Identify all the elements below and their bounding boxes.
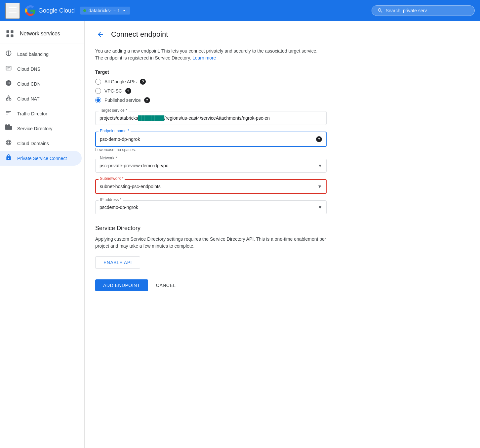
service-directory-title: Service Directory (95, 225, 327, 232)
endpoint-name-border[interactable]: ? (95, 132, 327, 147)
sidebar-item-label: Cloud DNS (17, 66, 40, 72)
radio-label-vpc-sc: VPC-SC (104, 88, 122, 94)
add-endpoint-button[interactable]: ADD ENDPOINT (95, 279, 148, 291)
sidebar: Network services Load balancing Cloud DN… (0, 21, 85, 448)
svg-rect-6 (11, 34, 13, 37)
ip-address-input[interactable] (100, 205, 318, 210)
private-service-connect-icon (5, 154, 12, 162)
radio-vpc-sc[interactable]: VPC-SC ? (95, 88, 469, 94)
ip-address-border[interactable]: ▼ (95, 200, 327, 214)
radio-input-vpc-sc[interactable] (95, 88, 101, 94)
project-selector[interactable]: databricks-·····t (80, 7, 130, 15)
target-service-label: Target service (99, 108, 129, 113)
svg-rect-5 (7, 34, 9, 37)
ip-address-field: IP address ▼ (95, 200, 327, 214)
subnetwork-input[interactable] (100, 184, 317, 189)
svg-rect-3 (7, 30, 9, 33)
hamburger-menu-button[interactable] (5, 3, 20, 19)
target-service-teal: ████████ (138, 115, 164, 121)
subnetwork-dropdown-icon[interactable]: ▼ (317, 184, 322, 189)
target-service-border: projects/databricks████████/regions/us-e… (95, 111, 327, 125)
target-radio-group: All Google APIs ? VPC-SC ? Published ser… (95, 79, 469, 103)
help-icon-all-google-apis[interactable]: ? (140, 79, 146, 85)
network-services-icon (5, 29, 15, 38)
google-cloud-logo: Google Cloud (25, 5, 75, 16)
learn-more-link[interactable]: Learn more (192, 55, 216, 61)
target-section-title: Target (95, 69, 469, 75)
endpoint-name-label: Endpoint name (99, 129, 131, 133)
sidebar-item-label: Cloud NAT (17, 96, 39, 102)
sidebar-item-label: Cloud Domains (17, 141, 49, 146)
svg-rect-4 (11, 30, 13, 33)
help-icon-published-service[interactable]: ? (144, 97, 150, 103)
sidebar-item-label: Private Service Connect (17, 156, 67, 161)
radio-input-published-service[interactable] (95, 97, 101, 103)
main-layout: Network services Load balancing Cloud DN… (0, 21, 480, 448)
radio-label-all-google-apis: All Google APIs (104, 79, 137, 84)
search-label: Search (386, 8, 400, 13)
back-button[interactable] (95, 29, 106, 40)
endpoint-name-field: Endpoint name ? Lowercase, no spaces. (95, 132, 327, 152)
traffic-director-icon (5, 109, 12, 118)
target-service-field: Target service projects/databricks██████… (95, 111, 327, 125)
cancel-button[interactable]: CANCEL (153, 279, 179, 291)
sidebar-item-private-service-connect[interactable]: Private Service Connect (0, 151, 82, 166)
cloud-cdn-icon (5, 80, 12, 88)
help-icon-vpc-sc[interactable]: ? (125, 88, 131, 94)
enable-api-row: ENABLE API (95, 256, 327, 269)
svg-rect-1 (9, 10, 17, 10)
network-field: Network ▼ (95, 159, 327, 173)
subnetwork-field: Subnetwork ▼ (95, 179, 327, 194)
project-name: databricks-·····t (89, 8, 119, 13)
radio-all-google-apis[interactable]: All Google APIs ? (95, 79, 469, 85)
action-buttons: ADD ENDPOINT CANCEL (95, 279, 469, 291)
sidebar-item-cloud-nat[interactable]: Cloud NAT (0, 91, 82, 106)
svg-rect-2 (9, 12, 17, 13)
svg-rect-0 (9, 7, 17, 8)
google-cloud-logo-icon (25, 5, 36, 16)
sidebar-item-label: Cloud CDN (17, 81, 41, 87)
subnetwork-border[interactable]: ▼ (95, 179, 327, 194)
service-directory-description: Applying custom Service Directory settin… (95, 236, 327, 250)
network-border[interactable]: ▼ (95, 159, 327, 173)
network-input[interactable] (100, 163, 318, 168)
endpoint-name-hint: Lowercase, no spaces. (95, 147, 136, 152)
page-description: You are adding a new endpoint. This lets… (95, 48, 327, 61)
network-dropdown-icon[interactable]: ▼ (318, 163, 322, 168)
ip-address-dropdown-icon[interactable]: ▼ (318, 205, 322, 210)
radio-input-all-google-apis[interactable] (95, 79, 101, 85)
service-directory-section: Service Directory Applying custom Servic… (95, 225, 327, 269)
sidebar-item-label: Service Directory (17, 126, 53, 131)
load-balancing-icon (5, 50, 12, 58)
project-dropdown-icon (122, 8, 127, 13)
target-service-value: projects/databricks████████/regions/us-e… (100, 115, 322, 121)
logo-text: Google Cloud (38, 7, 75, 14)
sidebar-item-cloud-cdn[interactable]: Cloud CDN (0, 76, 82, 91)
endpoint-help-icon[interactable]: ? (316, 136, 322, 142)
sidebar-item-load-balancing[interactable]: Load balancing (0, 47, 82, 61)
sidebar-header: Network services (0, 24, 84, 44)
sidebar-header-title: Network services (20, 31, 60, 37)
sidebar-item-service-directory[interactable]: Service Directory (0, 121, 82, 136)
cloud-dns-icon (5, 65, 12, 73)
top-navigation: Google Cloud databricks-·····t Search (0, 0, 480, 21)
search-input[interactable] (403, 8, 469, 13)
service-directory-icon (5, 124, 12, 133)
subnetwork-label: Subnetwork (99, 176, 125, 181)
search-bar[interactable]: Search (372, 5, 475, 16)
enable-api-button[interactable]: ENABLE API (95, 256, 140, 269)
cloud-nat-icon (5, 95, 12, 103)
main-content: Connect endpoint You are adding a new en… (85, 21, 480, 448)
search-icon (377, 8, 383, 14)
sidebar-item-cloud-domains[interactable]: Cloud Domains (0, 136, 82, 151)
endpoint-name-input[interactable] (100, 137, 316, 142)
cloud-domains-icon (5, 139, 12, 147)
ip-address-label: IP address (99, 197, 123, 202)
sidebar-item-cloud-dns[interactable]: Cloud DNS (0, 61, 82, 76)
radio-label-published-service: Published service (104, 98, 141, 103)
page-header: Connect endpoint (95, 29, 469, 40)
radio-published-service[interactable]: Published service ? (95, 97, 469, 103)
sidebar-item-traffic-director[interactable]: Traffic Director (0, 106, 82, 121)
network-label: Network (99, 156, 118, 160)
page-title: Connect endpoint (111, 30, 168, 39)
